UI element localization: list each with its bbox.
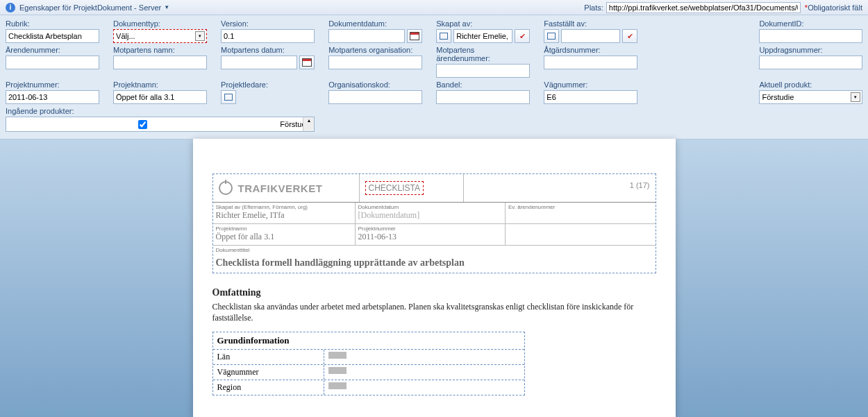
required-label: Obligatoriskt fält [808, 3, 862, 12]
chevron-down-icon[interactable]: ▾ [851, 92, 860, 102]
label-uppdragsnummer: Uppdragsnummer: [759, 46, 862, 54]
grund-label: Region [213, 380, 324, 395]
lbl-ddatum: Dokumentdatum [358, 204, 503, 210]
field-aktuell-produkt: Aktuell produkt: ▾ [759, 80, 862, 104]
grundinfo-table: Grundinformation Län Vägnummer Region [212, 332, 525, 395]
input-projektnamn[interactable] [116, 93, 204, 101]
input-motpartens-org[interactable] [331, 58, 419, 67]
field-projektnummer: Projektnummer: [6, 80, 99, 104]
input-atgardsnummer[interactable] [546, 58, 635, 67]
input-bandel[interactable] [439, 93, 527, 101]
field-projektnamn: Projektnamn: [113, 80, 207, 104]
doc-type-box: CHECKLISTA [365, 181, 424, 195]
field-spacer-r1 [651, 19, 745, 43]
trafikverket-logo-icon [219, 181, 233, 195]
label-motpartens-org: Motpartens organisation: [328, 46, 422, 54]
input-vagnummer[interactable] [546, 93, 635, 101]
book-icon[interactable] [436, 29, 451, 43]
book-icon[interactable] [544, 29, 559, 43]
field-dokumenttyp: Dokumenttyp: ▾ [113, 19, 207, 43]
location-label: Plats: [584, 3, 603, 12]
chevron-down-icon[interactable]: ▼ [164, 4, 169, 10]
input-organisationskod[interactable] [331, 93, 419, 101]
input-version[interactable] [224, 32, 312, 40]
input-rubrik[interactable] [8, 32, 97, 40]
lbl-pnamn: Projektnamn [216, 225, 352, 232]
header-title: Egenskaper för ProjektDokument - Server [19, 3, 161, 12]
field-organisationskod: Organisationskod: [328, 80, 422, 104]
calendar-icon[interactable] [299, 56, 315, 69]
lbl-evnr: Ev. ärendenummer [508, 204, 653, 210]
val-titel: Checklista formell handläggning upprätta… [213, 253, 656, 273]
lbl-skapat: Skapat av (Efternamn, Förnamn, org) [216, 204, 352, 210]
field-dokumentid: DokumentID: [759, 19, 862, 43]
user-check-icon[interactable]: ✔ [622, 29, 637, 43]
placeholder-icon [328, 352, 347, 359]
label-dokumentdatum: Dokumentdatum: [328, 19, 422, 28]
table-row: Vägnummer [213, 365, 524, 380]
label-vagnummer: Vägnummer: [544, 80, 637, 89]
grund-value [324, 350, 524, 364]
val-ddatum: [Dokumentdatum] [358, 210, 503, 221]
label-aktuell-produkt: Aktuell produkt: [759, 80, 862, 89]
input-motpartens-namn[interactable] [116, 58, 204, 67]
select-aktuell-produkt[interactable] [762, 93, 860, 101]
label-projektnamn: Projektnamn: [113, 80, 207, 89]
field-skapat-av: Skapat av: ✔ [436, 19, 530, 43]
val-pnamn: Öppet för alla 3.1 [216, 232, 352, 242]
section-omfattning: Omfattning [212, 287, 656, 298]
field-projektledare: Projektledare: [221, 80, 315, 104]
label-skapat-av: Skapat av: [436, 19, 530, 28]
field-uppdragsnummer: Uppdragsnummer: [759, 46, 862, 78]
properties-form: Rubrik: Dokumenttyp: ▾ Version: Dokument… [0, 15, 868, 139]
field-motpartens-datum: Motpartens datum: [221, 46, 315, 78]
check-forstudie[interactable] [8, 120, 277, 129]
book-icon[interactable] [221, 90, 236, 104]
field-motpartens-arende: Motpartens ärendenummer: [436, 46, 530, 78]
input-motpartens-datum[interactable] [224, 58, 294, 67]
input-projektnummer[interactable] [8, 93, 97, 101]
label-bandel: Bandel: [436, 80, 530, 89]
val-pnr: 2011-06-13 [358, 232, 503, 242]
grund-value [324, 380, 524, 395]
label-organisationskod: Organisationskod: [328, 80, 422, 89]
brand-name: TRAFIKVERKET [238, 182, 323, 194]
input-uppdragsnummer[interactable] [762, 58, 860, 67]
label-dokumenttyp: Dokumenttyp: [113, 19, 207, 28]
document-page: TRAFIKVERKET CHECKLISTA 1 (17) Skapat av… [193, 139, 676, 417]
input-arendenummer[interactable] [8, 58, 97, 67]
placeholder-icon [328, 367, 347, 374]
field-motpartens-namn: Motpartens namn: [113, 46, 207, 78]
label-atgardsnummer: Åtgärdsnummer: [544, 46, 637, 54]
field-spacer-r3 [651, 80, 745, 104]
label-motpartens-namn: Motpartens namn: [113, 46, 207, 54]
field-faststallt-av: Fastställt av: ✔ [544, 19, 637, 43]
grund-value [324, 365, 524, 380]
field-atgardsnummer: Åtgärdsnummer: [544, 46, 637, 78]
field-vagnummer: Vägnummer: [544, 80, 637, 104]
scroll-up-icon[interactable]: ▴ [303, 117, 314, 131]
input-faststallt-av[interactable] [564, 32, 617, 40]
chevron-down-icon[interactable]: ▾ [195, 31, 205, 41]
calendar-icon[interactable] [407, 29, 422, 43]
field-rubrik: Rubrik: [6, 19, 99, 43]
label-motpartens-datum: Motpartens datum: [221, 46, 315, 54]
user-check-icon[interactable]: ✔ [515, 29, 530, 43]
input-skapat-av[interactable] [456, 32, 510, 40]
input-dokumentid[interactable] [762, 32, 860, 40]
document-viewport: TRAFIKVERKET CHECKLISTA 1 (17) Skapat av… [0, 139, 868, 417]
select-dokumenttyp[interactable] [116, 32, 204, 40]
location-input[interactable] [606, 2, 801, 13]
field-spacer-r2 [651, 46, 745, 78]
field-arendenummer: Ärendenummer: [6, 46, 99, 78]
label-version: Version: [221, 19, 315, 28]
brand-cell: TRAFIKVERKET [213, 174, 359, 202]
input-motpartens-arende[interactable] [439, 67, 527, 75]
input-dokumentdatum[interactable] [331, 32, 402, 40]
label-faststallt-av: Fastställt av: [544, 19, 637, 28]
field-bandel: Bandel: [436, 80, 530, 104]
lbl-titel: Dokumenttitel [213, 246, 656, 253]
lbl-pnr: Projektnummer [358, 225, 503, 232]
field-dokumentdatum: Dokumentdatum: [328, 19, 422, 43]
label-projektnummer: Projektnummer: [6, 80, 99, 89]
